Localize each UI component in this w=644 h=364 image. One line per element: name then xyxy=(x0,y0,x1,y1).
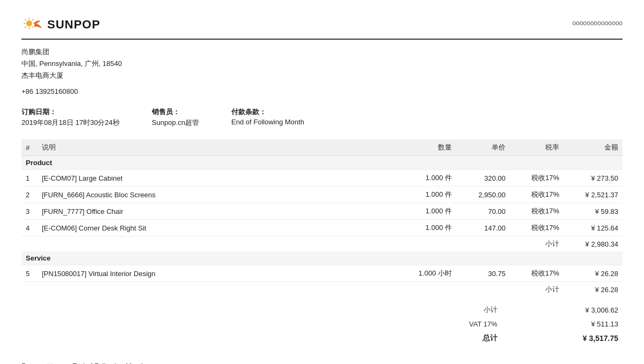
company-name-logo: SUNPOP xyxy=(47,18,100,32)
row-quantity: 1.000 件 xyxy=(392,187,456,203)
table-body: Product 1 [E-COM07] Large Cabinet 1.000 … xyxy=(21,156,623,298)
company-name: 尚鹏集团 xyxy=(21,46,623,58)
row-quantity: 1.000 件 xyxy=(392,220,456,236)
company-building: 杰丰电商大厦 xyxy=(21,70,623,81)
vat-value: ¥ 511.13 xyxy=(502,317,623,331)
subtotal-label: 小计 xyxy=(419,302,502,317)
row-description: [E-COM06] Corner Desk Right Sit xyxy=(38,220,392,236)
payment-terms-value: End of Following Month xyxy=(231,118,304,126)
order-date-value: 2019年08月18日 17时30分24秒 xyxy=(21,118,120,127)
company-logo: SUNPOP xyxy=(21,16,100,33)
table-row: 2 [FURN_6666] Acoustic Bloc Screens 1.00… xyxy=(21,187,623,203)
row-unit-price: 320.00 xyxy=(456,170,510,187)
company-address: 中国, Pennsylvania, 广州, 18540 xyxy=(21,58,623,70)
row-quantity: 1.000 小时 xyxy=(392,265,456,282)
subtotal-value: ¥ 3,006.62 xyxy=(502,302,623,317)
totals-section: 小计 ¥ 3,006.62 VAT 17% ¥ 511.13 总计 ¥ 3,51… xyxy=(21,302,623,346)
totals-table: 小计 ¥ 3,006.62 VAT 17% ¥ 511.13 总计 ¥ 3,51… xyxy=(419,302,623,346)
row-num: 4 xyxy=(21,220,38,236)
table-row: 5 [PN15080017] Virtual Interior Design 1… xyxy=(21,265,623,282)
vat-row: VAT 17% ¥ 511.13 xyxy=(419,317,623,331)
svg-point-0 xyxy=(26,20,32,26)
payment-terms-block: 付款条款： End of Following Month xyxy=(231,107,304,128)
service-subtotal-label: 小计 xyxy=(510,282,564,298)
vat-label: VAT 17% xyxy=(419,317,502,331)
col-quantity: 数量 xyxy=(392,139,456,156)
svg-line-6 xyxy=(32,26,33,27)
product-section-label: Product xyxy=(21,156,623,170)
grand-total-row: 总计 ¥ 3,517.75 xyxy=(419,331,623,346)
company-info: 尚鹏集团 中国, Pennsylvania, 广州, 18540 杰丰电商大厦 … xyxy=(21,46,623,98)
row-quantity: 1.000 件 xyxy=(392,170,456,187)
row-tax-rate: 税收17% xyxy=(510,170,564,187)
grand-total-label: 总计 xyxy=(419,331,502,346)
service-section-label: Service xyxy=(21,251,623,265)
row-unit-price: 147.00 xyxy=(456,220,510,236)
row-tax-rate: 税收17% xyxy=(510,220,564,236)
product-subtotal-value: ¥ 2,980.34 xyxy=(564,236,623,252)
svg-line-5 xyxy=(25,19,26,20)
row-num: 1 xyxy=(21,170,38,187)
table-row: 3 [FURN_7777] Office Chair 1.000 件 70.00… xyxy=(21,203,623,220)
row-num: 3 xyxy=(21,203,38,220)
salesperson-label: 销售员： xyxy=(152,107,199,117)
row-num: 2 xyxy=(21,187,38,203)
company-phone: +86 13925160800 xyxy=(21,86,623,98)
row-description: [E-COM07] Large Cabinet xyxy=(38,170,392,187)
grand-total-value: ¥ 3,517.75 xyxy=(502,331,623,346)
row-tax-rate: 税收17% xyxy=(510,265,564,282)
row-description: [PN15080017] Virtual Interior Design xyxy=(38,265,392,282)
row-description: [FURN_7777] Office Chair xyxy=(38,203,392,220)
row-unit-price: 30.75 xyxy=(456,265,510,282)
row-tax-rate: 税收17% xyxy=(510,203,564,220)
footer-payment-terms: Payment terms: End of Following Month xyxy=(21,362,623,364)
payment-terms-label: 付款条款： xyxy=(231,107,304,117)
sunpop-logo-icon xyxy=(21,16,43,33)
table-row: 4 [E-COM06] Corner Desk Right Sit 1.000 … xyxy=(21,220,623,236)
row-amount: ¥ 59.83 xyxy=(564,203,623,220)
product-subtotal-label: 小计 xyxy=(510,236,564,252)
invoice-table: # 说明 数量 单价 税率 金额 Product 1 [E-COM07] Lar… xyxy=(21,139,623,297)
service-subtotal-value: ¥ 26.28 xyxy=(564,282,623,298)
order-meta: 订购日期： 2019年08月18日 17时30分24秒 销售员： Sunpop.… xyxy=(21,107,623,128)
service-section-row: Service xyxy=(21,251,623,265)
row-amount: ¥ 2,521.37 xyxy=(564,187,623,203)
salesperson-block: 销售员： Sunpop.cn超管 xyxy=(152,107,199,128)
table-row: 1 [E-COM07] Large Cabinet 1.000 件 320.00… xyxy=(21,170,623,187)
row-amount: ¥ 125.64 xyxy=(564,220,623,236)
row-unit-price: 2,950.00 xyxy=(456,187,510,203)
svg-line-8 xyxy=(25,26,26,27)
table-header: # 说明 数量 单价 税率 金额 xyxy=(21,139,623,156)
svg-line-7 xyxy=(32,19,33,20)
row-num: 5 xyxy=(21,265,38,282)
row-tax-rate: 税收17% xyxy=(510,187,564,203)
col-num: # xyxy=(21,139,38,156)
order-date-block: 订购日期： 2019年08月18日 17时30分24秒 xyxy=(21,107,120,128)
row-amount: ¥ 273.50 xyxy=(564,170,623,187)
account-number: oooooooooooooo xyxy=(573,16,623,27)
row-quantity: 1.000 件 xyxy=(392,203,456,220)
order-date-label: 订购日期： xyxy=(21,107,120,117)
service-subtotal-row: 小计 ¥ 26.28 xyxy=(21,282,623,298)
col-tax-rate: 税率 xyxy=(510,139,564,156)
row-description: [FURN_6666] Acoustic Bloc Screens xyxy=(38,187,392,203)
col-description: 说明 xyxy=(38,139,392,156)
row-amount: ¥ 26.28 xyxy=(564,265,623,282)
salesperson-value: Sunpop.cn超管 xyxy=(152,118,199,127)
col-amount: 金额 xyxy=(564,139,623,156)
product-section-row: Product xyxy=(21,156,623,170)
row-unit-price: 70.00 xyxy=(456,203,510,220)
col-unit-price: 单价 xyxy=(456,139,510,156)
product-subtotal-row: 小计 ¥ 2,980.34 xyxy=(21,236,623,252)
subtotal-row: 小计 ¥ 3,006.62 xyxy=(419,302,623,317)
page-header: SUNPOP oooooooooooooo xyxy=(21,16,623,40)
